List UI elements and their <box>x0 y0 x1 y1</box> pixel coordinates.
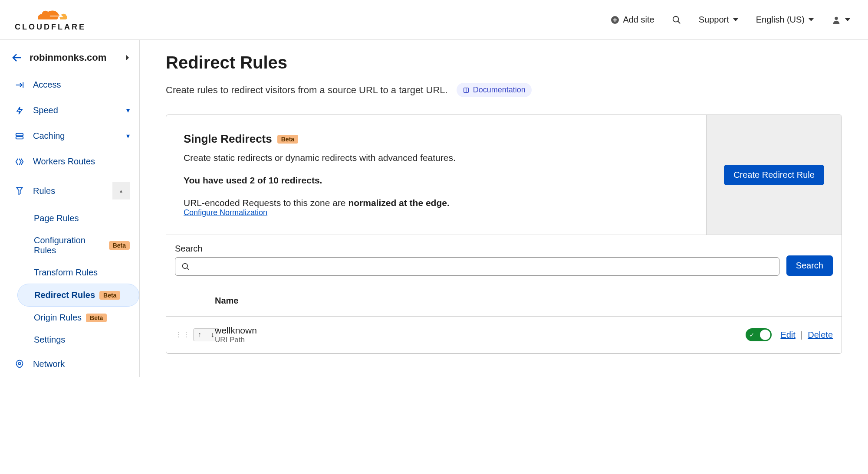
edit-link[interactable]: Edit <box>780 330 795 340</box>
back-arrow-icon <box>11 52 22 63</box>
svg-point-1 <box>673 16 678 22</box>
sidebar-item-speed[interactable]: Speed ▾ <box>0 98 139 123</box>
domain-name: robinmonks.com <box>30 52 106 63</box>
nav-label: Speed <box>33 105 58 115</box>
main-content: Redirect Rules Create rules to redirect … <box>140 40 868 377</box>
brand-text: CLOUDFLARE <box>15 23 86 32</box>
search-icon <box>672 15 681 25</box>
svg-rect-5 <box>16 136 23 139</box>
chevron-down-icon: ▾ <box>126 106 130 114</box>
rule-subtitle: URI Path <box>215 336 257 344</box>
nav-label: Configuration Rules <box>34 235 105 255</box>
rules-icon <box>15 186 24 196</box>
sidebar-item-rules[interactable]: Rules ▴ <box>0 174 139 207</box>
caret-down-icon <box>733 18 739 22</box>
row-actions: Edit | Delete <box>780 330 833 340</box>
svg-line-2 <box>677 21 680 23</box>
documentation-link[interactable]: Documentation <box>457 83 532 97</box>
collapse-button[interactable]: ▴ <box>112 182 130 199</box>
sidebar-sub-origin-rules[interactable]: Origin Rules Beta <box>0 307 139 329</box>
nav-label: Caching <box>33 131 65 141</box>
beta-badge: Beta <box>109 241 130 250</box>
svg-rect-4 <box>16 133 23 136</box>
nav-label: Redirect Rules <box>34 290 95 300</box>
header-right: Add site Support English (US) <box>611 15 851 25</box>
caching-icon <box>15 131 24 141</box>
enable-toggle[interactable]: ✓ <box>746 328 772 341</box>
redirects-card: Single Redirects Beta Create static redi… <box>166 114 842 354</box>
sidebar-item-network[interactable]: Network <box>0 351 139 377</box>
card-description: Create static redirects or dynamic redir… <box>184 153 689 163</box>
drag-handle[interactable]: ⋮⋮ ↑ ↓ <box>175 328 215 341</box>
check-icon: ✓ <box>750 332 754 338</box>
add-site-label: Add site <box>623 15 654 25</box>
sidebar-sub-transform-rules[interactable]: Transform Rules <box>0 262 139 284</box>
workers-icon <box>15 157 24 167</box>
sidebar-item-caching[interactable]: Caching ▾ <box>0 123 139 149</box>
support-label: Support <box>699 15 729 25</box>
search-input-wrap[interactable] <box>175 257 779 276</box>
header-search-button[interactable] <box>672 15 681 25</box>
nav-label: Network <box>33 359 65 369</box>
network-icon <box>15 359 24 369</box>
sidebar-item-workers-routes[interactable]: Workers Routes <box>0 149 139 174</box>
move-up-button[interactable]: ↑ <box>193 328 206 341</box>
page-subtitle: Create rules to redirect visitors from a… <box>166 85 448 96</box>
svg-point-6 <box>19 363 21 365</box>
top-header: CLOUDFLARE Add site Support English (US) <box>0 0 868 40</box>
doc-label: Documentation <box>473 85 526 95</box>
sidebar-sub-settings[interactable]: Settings <box>0 329 139 351</box>
create-redirect-rule-button[interactable]: Create Redirect Rule <box>724 165 824 185</box>
beta-badge: Beta <box>99 291 120 300</box>
search-label: Search <box>175 244 779 254</box>
chevron-down-icon: ▾ <box>126 132 130 140</box>
access-icon <box>15 80 24 90</box>
search-icon <box>181 262 190 271</box>
caret-down-icon <box>845 18 851 22</box>
nav-label: Access <box>33 80 61 90</box>
support-dropdown[interactable]: Support <box>699 15 739 25</box>
sidebar-item-access[interactable]: Access <box>0 72 139 98</box>
account-dropdown[interactable] <box>832 15 851 25</box>
drag-dots-icon: ⋮⋮ <box>175 333 191 337</box>
usage-stat: You have used 2 of 10 redirects. <box>184 175 689 186</box>
rule-name: wellknown <box>215 325 257 336</box>
beta-badge: Beta <box>86 314 107 322</box>
caret-down-icon <box>808 18 814 22</box>
search-input[interactable] <box>194 262 773 271</box>
language-label: English (US) <box>756 15 805 25</box>
sidebar-sub-configuration-rules[interactable]: Configuration Rules Beta <box>0 229 139 262</box>
user-icon <box>832 15 841 25</box>
nav-label: Workers Routes <box>33 157 95 167</box>
delete-link[interactable]: Delete <box>808 330 833 340</box>
table-row: ⋮⋮ ↑ ↓ wellknown URI Path ✓ Edit <box>166 317 842 353</box>
sidebar-sub-page-rules[interactable]: Page Rules <box>0 207 139 229</box>
page-title: Redirect Rules <box>166 53 842 72</box>
configure-normalization-link[interactable]: Configure Normalization <box>184 208 267 217</box>
svg-point-3 <box>835 16 838 20</box>
nav-label: Transform Rules <box>34 268 98 278</box>
table-header: Name <box>166 285 842 317</box>
speed-icon <box>15 106 24 115</box>
add-site-button[interactable]: Add site <box>611 15 654 25</box>
action-divider: | <box>800 330 802 340</box>
sidebar-sub-redirect-rules[interactable]: Redirect Rules Beta <box>17 284 139 307</box>
norm-strong: normalized at the edge. <box>348 198 449 208</box>
cloudflare-logo[interactable]: CLOUDFLARE <box>15 8 86 32</box>
sidebar: robinmonks.com Access Speed ▾ Caching ▾ … <box>0 40 140 377</box>
language-dropdown[interactable]: English (US) <box>756 15 814 25</box>
nav-label: Settings <box>34 335 65 345</box>
search-button[interactable]: Search <box>786 255 833 276</box>
svg-line-10 <box>187 268 189 270</box>
chevron-right-icon <box>125 55 130 61</box>
nav-label: Rules <box>33 186 55 196</box>
plus-circle-icon <box>611 16 619 24</box>
svg-point-9 <box>183 263 188 268</box>
nav-label: Origin Rules <box>34 313 82 323</box>
domain-selector[interactable]: robinmonks.com <box>0 43 139 72</box>
nav-label: Page Rules <box>34 213 79 223</box>
column-name: Name <box>215 296 238 306</box>
book-icon <box>463 87 470 94</box>
normalization-info: URL-encoded Requests to this zone are no… <box>184 198 689 208</box>
beta-badge: Beta <box>277 135 298 144</box>
